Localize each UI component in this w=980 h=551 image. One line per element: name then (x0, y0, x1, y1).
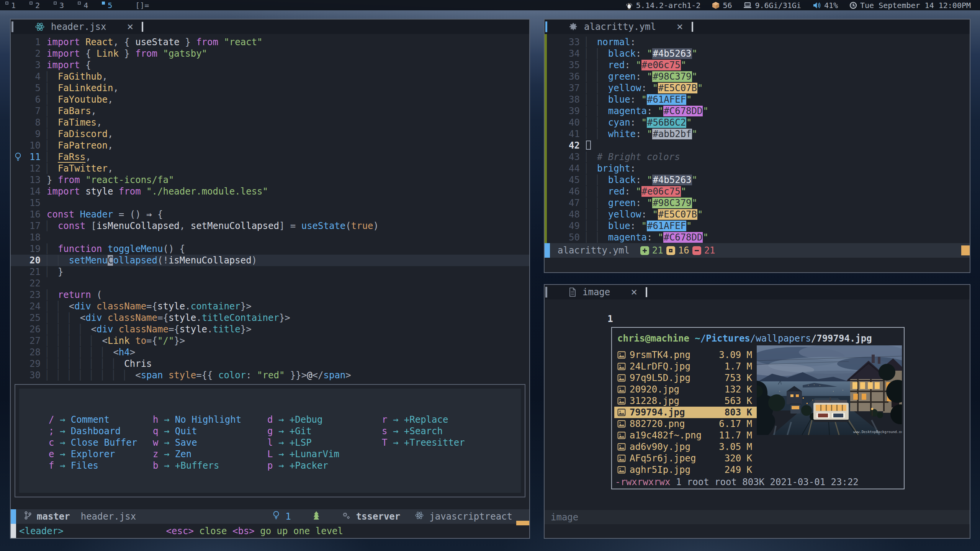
code-line[interactable]: 21▏ } (11, 266, 529, 278)
code-line[interactable]: 10▏ FaPatreon, (11, 140, 529, 151)
whichkey-binding[interactable]: T → +Treesitter (382, 437, 465, 448)
whichkey-binding[interactable]: d → +Debug (267, 414, 339, 425)
whichkey-binding[interactable]: ; → Dashboard (49, 425, 137, 437)
whichkey-binding[interactable]: w → Save (153, 437, 241, 448)
code-line[interactable]: 9▏ FaDiscord, (11, 128, 529, 140)
whichkey-binding[interactable]: f → Files (49, 460, 137, 471)
code-line[interactable]: 17▏ const [isMenuCollapsed, setMenuColla… (11, 220, 529, 232)
code-line[interactable]: 12▏ FaTwitter, (11, 163, 529, 174)
code-line[interactable]: 45▏ ▏ black: "#4b5263" (545, 174, 970, 186)
file-row[interactable]: 97q9L5D.jpg753 K (614, 372, 757, 384)
whichkey-binding[interactable]: s → +Search (382, 425, 465, 437)
workspace-switcher: 12345 []= (0, 1, 149, 10)
code-line[interactable]: 29▏ ▏ ▏ ▏ ▏ ▏ ▏ Chris (11, 358, 529, 370)
code-line[interactable]: 19▏ function toggleMenu() { (11, 243, 529, 255)
workspace-button-1[interactable]: 1 (5, 1, 16, 10)
whichkey-binding[interactable]: L → +LunarVim (267, 448, 339, 460)
tab-headerjsx[interactable]: header.jsx × (13, 20, 133, 34)
file-row[interactable]: AFq5r6j.jpeg320 K (614, 453, 757, 464)
file-row[interactable]: a19c482f~.png11.7 M (614, 430, 757, 441)
file-row[interactable]: 9rsmTK4.png3.09 M (614, 349, 757, 361)
code-line[interactable]: 18 (11, 232, 529, 243)
code-line[interactable]: 13} from "react-icons/fa" (11, 174, 529, 186)
code-line[interactable]: 40▏ ▏ cyan: "#56B6C2" (545, 117, 970, 128)
code-line[interactable]: 37▏ ▏ yellow: "#E5C07B" (545, 82, 970, 94)
code-line[interactable]: 38▏ ▏ blue: "#61AFEF" (545, 94, 970, 105)
code-line[interactable]: 41▏ ▏ white: "#abb2bf" (545, 128, 970, 140)
code-line[interactable]: 42 (545, 140, 970, 151)
tab-close-icon[interactable]: × (677, 21, 683, 32)
code-line[interactable]: 1import React, { useState } from "react" (11, 36, 529, 48)
code-line[interactable]: 6▏ FaYoutube, (11, 94, 529, 105)
whichkey-binding[interactable]: q → Quit (153, 425, 241, 437)
code-buffer[interactable]: 33▏ normal:34▏ ▏ black: "#4b5263"35▏ ▏ r… (545, 34, 970, 243)
whichkey-binding[interactable]: l → +LSP (267, 437, 339, 448)
tab-close-icon[interactable]: × (127, 21, 134, 32)
file-row[interactable]: 882720.png6.17 M (614, 418, 757, 430)
whichkey-binding[interactable]: / → Comment (49, 414, 137, 425)
code-line[interactable]: 28▏ ▏ ▏ ▏ ▏ ▏ <h4> (11, 347, 529, 358)
whichkey-column: d → +Debugg → +Gitl → +LSPL → +LunarVimp… (267, 414, 339, 471)
code-line[interactable]: 7▏ FaBars, (11, 105, 529, 117)
code-line[interactable]: 48▏ ▏ yellow: "#E5C07B" (545, 209, 970, 220)
code-line[interactable]: 27▏ ▏ ▏ ▏ ▏ <Link to={"/"}> (11, 335, 529, 347)
code-line[interactable]: 22 (11, 278, 529, 289)
code-line[interactable]: 25▏ ▏ ▏ <div className={style.titleConta… (11, 312, 529, 324)
whichkey-binding[interactable]: e → Explorer (49, 448, 137, 460)
code-line[interactable]: 16const Header = () ⇒ { (11, 209, 529, 220)
code-line[interactable]: 39▏ ▏ magenta: "#C678DD" (545, 105, 970, 117)
code-line[interactable]: 46▏ ▏ red: "#e06c75" (545, 186, 970, 197)
indent-guide: ▏ ▏ ▏ ▏ ▏ ▏ (47, 347, 113, 358)
mode-indicator (11, 509, 16, 524)
workspace-button-4[interactable]: 4 (78, 1, 88, 10)
file-list[interactable]: 9rsmTK4.png3.09 M24LrDFQ.jpg1.7 M97q9L5D… (614, 349, 757, 476)
code-line[interactable]: 26▏ ▏ ▏ ▏ <div className={style.title}> (11, 324, 529, 335)
file-row[interactable]: aghr5Ip.jpg249 K (614, 464, 757, 476)
whichkey-binding[interactable]: b → +Buffers (153, 460, 241, 471)
scroll-progress-mark (516, 521, 529, 525)
whichkey-binding[interactable]: r → +Replace (382, 414, 465, 425)
code-line[interactable]: 14import style from "./header.module.les… (11, 186, 529, 197)
file-row[interactable]: 799794.jpg803 K (614, 407, 757, 418)
whichkey-binding[interactable]: g → +Git (267, 425, 339, 437)
code-line[interactable]: 11▏ FaRss, (11, 151, 529, 163)
code-line[interactable]: 50▏ ▏ magenta: "#C678DD" (545, 232, 970, 243)
whichkey-binding[interactable]: h → No Highlight (153, 414, 241, 425)
workspace-button-5[interactable]: 5 (102, 1, 112, 10)
code-line[interactable]: 47▏ ▏ green: "#98C379" (545, 197, 970, 209)
code-line[interactable]: 5▏ FaLinkedin, (11, 82, 529, 94)
code-line[interactable]: 3import { (11, 59, 529, 71)
code-line[interactable]: 2import { Link } from "gatsby" (11, 48, 529, 59)
code-line[interactable]: 49▏ ▏ blue: "#61AFEF" (545, 220, 970, 232)
clock-icon (849, 2, 857, 9)
command-line[interactable]: <leader> <esc> close <bs> go up one leve… (11, 524, 529, 538)
code-line[interactable]: 15 (11, 197, 529, 209)
code-line[interactable]: 30▏ ▏ ▏ ▏ ▏ ▏ ▏ ▏ <span style={{ color: … (11, 370, 529, 381)
code-line[interactable]: 20▏ ▏ setMenuCollapsed(!isMenuCollapsed) (11, 255, 529, 266)
code-buffer[interactable]: 1import React, { useState } from "react"… (11, 34, 529, 384)
tab-alacritty[interactable]: alacritty.yml × (547, 20, 683, 34)
code-line[interactable]: 36▏ ▏ green: "#98C379" (545, 71, 970, 82)
workspace-button-2[interactable]: 2 (29, 1, 40, 10)
line-number: 50 (545, 232, 580, 243)
file-row[interactable]: 24LrDFQ.jpg1.7 M (614, 361, 757, 372)
workspace-button-3[interactable]: 3 (54, 1, 64, 10)
code-line[interactable]: 23▏ return ( (11, 289, 529, 301)
file-row[interactable]: 20920.jpg132 K (614, 384, 757, 395)
code-line[interactable]: 35▏ ▏ red: "#e06c75" (545, 59, 970, 71)
code-line[interactable]: 43▏ # Bright colors (545, 151, 970, 163)
code-line[interactable]: 33▏ normal: (545, 36, 970, 48)
file-row[interactable]: ad6v90y.jpg3.05 M (614, 441, 757, 453)
whichkey-binding[interactable]: z → Zen (153, 448, 241, 460)
tab-image[interactable]: image × (547, 285, 637, 299)
whichkey-binding[interactable]: p → +Packer (267, 460, 339, 471)
code-line[interactable]: 4▏ FaGithub, (11, 71, 529, 82)
code-line[interactable]: 24▏ ▏ <div className={style.container}> (11, 301, 529, 312)
code-line[interactable]: 34▏ ▏ black: "#4b5263" (545, 48, 970, 59)
code-line[interactable]: 44▏ bright: (545, 163, 970, 174)
file-row[interactable]: 31228.jpg563 K (614, 395, 757, 407)
whichkey-binding[interactable]: c → Close Buffer (49, 437, 137, 448)
tab-close-icon[interactable]: × (631, 287, 637, 298)
code-line[interactable]: 8▏ FaTimes, (11, 117, 529, 128)
hint-description: go up one level (255, 526, 343, 536)
